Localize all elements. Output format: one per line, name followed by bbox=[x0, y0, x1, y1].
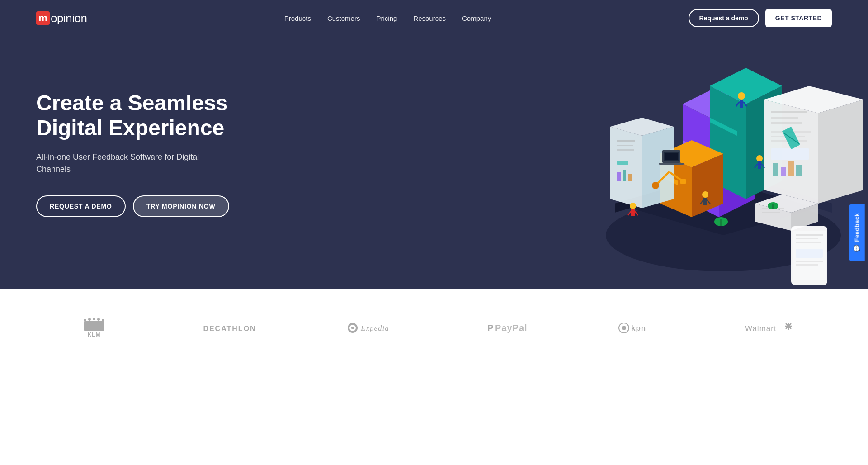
svg-rect-28 bbox=[617, 172, 621, 181]
logos-bar: KLM DECATHLON Expedia P PayPal bbox=[36, 317, 832, 339]
logo-m-icon: m bbox=[36, 11, 50, 25]
walmart-logo: Walmart bbox=[743, 321, 793, 335]
hero-buttons: REQUEST A DEMO TRY MOPINION NOW bbox=[36, 195, 235, 217]
svg-rect-67 bbox=[631, 209, 635, 216]
svg-point-91 bbox=[93, 318, 95, 320]
svg-rect-94 bbox=[84, 321, 104, 331]
svg-text:Expedia: Expedia bbox=[360, 324, 389, 332]
get-started-button[interactable]: GET STARTED bbox=[765, 9, 832, 27]
svg-rect-77 bbox=[680, 179, 686, 184]
walmart-logo-svg: Walmart bbox=[743, 321, 793, 335]
expedia-logo-svg: Expedia bbox=[347, 321, 397, 335]
nav-links: Products Customers Pricing Resources Com… bbox=[284, 14, 491, 22]
svg-rect-57 bbox=[796, 264, 818, 266]
svg-rect-41 bbox=[773, 163, 778, 176]
svg-rect-25 bbox=[617, 145, 633, 146]
svg-rect-87 bbox=[665, 153, 678, 160]
logos-section: KLM DECATHLON Expedia P PayPal bbox=[0, 289, 868, 366]
navbar: m opinion Products Customers Pricing Res… bbox=[0, 0, 868, 36]
svg-rect-81 bbox=[720, 219, 722, 226]
svg-rect-71 bbox=[758, 161, 761, 169]
svg-text:Walmart: Walmart bbox=[745, 324, 777, 333]
hero-section: Create a Seamless Digital Experience All… bbox=[0, 0, 868, 289]
hero-content: Create a Seamless Digital Experience All… bbox=[0, 36, 271, 253]
svg-rect-40 bbox=[771, 148, 809, 160]
svg-point-90 bbox=[88, 318, 91, 321]
svg-rect-26 bbox=[617, 149, 634, 151]
logo-text: opinion bbox=[51, 11, 87, 25]
paypal-logo: P PayPal bbox=[485, 321, 530, 335]
request-demo-button[interactable]: Request a demo bbox=[689, 9, 759, 27]
svg-rect-53 bbox=[796, 238, 818, 239]
kpn-logo-svg: kpn bbox=[618, 321, 655, 335]
svg-rect-29 bbox=[623, 170, 626, 181]
svg-text:P: P bbox=[487, 323, 494, 333]
svg-marker-33 bbox=[818, 100, 863, 204]
svg-rect-36 bbox=[771, 122, 802, 124]
hero-request-demo-button[interactable]: REQUEST A DEMO bbox=[36, 195, 126, 217]
klm-logo: KLM bbox=[76, 317, 112, 339]
svg-rect-24 bbox=[617, 140, 635, 142]
feedback-icon: 💬 bbox=[853, 245, 860, 252]
svg-rect-83 bbox=[772, 204, 774, 209]
svg-rect-34 bbox=[771, 111, 807, 113]
svg-rect-88 bbox=[659, 163, 684, 165]
svg-rect-59 bbox=[740, 100, 743, 108]
svg-rect-56 bbox=[796, 261, 823, 262]
svg-rect-49 bbox=[762, 212, 780, 213]
nav-item-products[interactable]: Products bbox=[284, 14, 311, 22]
svg-point-66 bbox=[630, 203, 636, 209]
svg-marker-23 bbox=[642, 127, 674, 208]
svg-rect-54 bbox=[796, 242, 821, 243]
svg-rect-30 bbox=[628, 174, 632, 181]
hero-title: Create a Seamless Digital Experience bbox=[36, 90, 235, 140]
paypal-logo-svg: P PayPal bbox=[485, 321, 530, 335]
svg-marker-21 bbox=[610, 127, 642, 208]
svg-point-99 bbox=[351, 327, 354, 329]
svg-text:DECATHLON: DECATHLON bbox=[203, 325, 256, 332]
klm-logo-svg: KLM bbox=[76, 317, 112, 339]
svg-point-70 bbox=[756, 155, 763, 161]
nav-item-resources[interactable]: Resources bbox=[413, 14, 446, 22]
hero-try-button[interactable]: TRY MOPINION NOW bbox=[133, 195, 229, 217]
svg-rect-55 bbox=[796, 249, 823, 258]
logo[interactable]: m opinion bbox=[36, 11, 87, 25]
decathlon-logo: DECATHLON bbox=[200, 321, 259, 335]
svg-rect-42 bbox=[781, 167, 786, 176]
svg-point-104 bbox=[622, 326, 626, 330]
expedia-logo: Expedia bbox=[347, 321, 397, 335]
svg-rect-44 bbox=[796, 165, 802, 176]
svg-point-92 bbox=[97, 318, 100, 321]
svg-point-62 bbox=[702, 191, 708, 198]
svg-text:KLM: KLM bbox=[87, 332, 100, 338]
svg-rect-35 bbox=[771, 117, 798, 119]
svg-rect-52 bbox=[796, 234, 823, 236]
hero-subtitle: All-in-one User Feedback Software for Di… bbox=[36, 151, 235, 176]
feedback-tab[interactable]: 💬 Feedback bbox=[849, 204, 864, 261]
svg-point-58 bbox=[738, 92, 745, 100]
nav-item-pricing[interactable]: Pricing bbox=[376, 14, 397, 22]
kpn-logo: kpn bbox=[618, 321, 655, 335]
decathlon-logo-svg: DECATHLON bbox=[200, 321, 259, 335]
nav-item-customers[interactable]: Customers bbox=[327, 14, 360, 22]
svg-rect-43 bbox=[788, 161, 794, 176]
svg-rect-27 bbox=[617, 161, 628, 165]
svg-point-76 bbox=[652, 182, 659, 189]
svg-text:kpn: kpn bbox=[631, 324, 646, 332]
nav-actions: Request a demo GET STARTED bbox=[689, 9, 832, 27]
svg-text:PayPal: PayPal bbox=[495, 323, 528, 333]
hero-illustration bbox=[552, 27, 868, 289]
nav-item-company[interactable]: Company bbox=[462, 14, 491, 22]
svg-rect-63 bbox=[703, 198, 707, 205]
feedback-label: Feedback bbox=[853, 213, 860, 242]
